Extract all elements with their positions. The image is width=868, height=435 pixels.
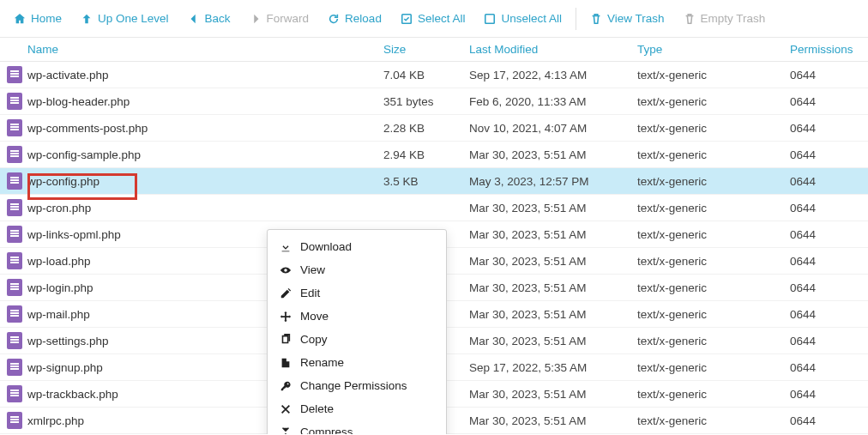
menu-copy-label: Copy <box>300 333 328 346</box>
file-type: text/x-generic <box>637 228 790 241</box>
back-button[interactable]: Back <box>179 7 239 30</box>
file-type: text/x-generic <box>637 388 790 401</box>
file-size: 2.94 KB <box>383 148 469 161</box>
download-icon <box>280 241 292 253</box>
menu-copy[interactable]: Copy <box>268 328 446 351</box>
home-label: Home <box>31 12 62 25</box>
menu-change-permissions-label: Change Permissions <box>300 379 407 392</box>
home-button[interactable]: Home <box>5 7 70 30</box>
rename-icon <box>280 357 292 369</box>
file-type: text/x-generic <box>637 69 790 82</box>
file-modified: Nov 10, 2021, 4:07 AM <box>469 122 637 135</box>
column-type[interactable]: Type <box>637 43 790 56</box>
file-permissions: 0644 <box>790 281 868 294</box>
up-icon <box>81 13 93 25</box>
table-header: Name Size Last Modified Type Permissions <box>0 38 868 62</box>
home-icon <box>14 13 26 25</box>
table-row[interactable]: wp-config.php3.5 KBMay 3, 2023, 12:57 PM… <box>0 168 868 195</box>
menu-delete-label: Delete <box>300 402 334 415</box>
unselect-all-label: Unselect All <box>501 12 562 25</box>
menu-download[interactable]: Download <box>268 235 446 258</box>
file-icon <box>7 146 22 163</box>
key-icon <box>280 380 292 392</box>
table-row[interactable]: wp-cron.phpMar 30, 2023, 5:51 AMtext/x-g… <box>0 195 868 221</box>
file-modified: Mar 30, 2023, 5:51 AM <box>469 255 637 268</box>
select-all-button[interactable]: Select All <box>392 7 474 30</box>
file-name: wp-config.php <box>27 175 383 188</box>
toolbar-divider <box>576 8 576 30</box>
file-permissions: 0644 <box>790 388 868 401</box>
up-one-level-button[interactable]: Up One Level <box>72 7 178 30</box>
file-permissions: 0644 <box>790 361 868 374</box>
context-menu: Download View Edit Move Copy Rename Chan… <box>267 229 447 434</box>
compress-icon <box>280 426 292 435</box>
menu-rename[interactable]: Rename <box>268 351 446 374</box>
table-row[interactable]: wp-config-sample.php2.94 KBMar 30, 2023,… <box>0 142 868 168</box>
file-permissions: 0644 <box>790 175 868 188</box>
table-row[interactable]: wp-activate.php7.04 KBSep 17, 2022, 4:13… <box>0 62 868 88</box>
file-icon <box>7 172 22 190</box>
file-type: text/x-generic <box>637 122 790 135</box>
move-icon <box>280 311 292 323</box>
menu-view[interactable]: View <box>268 258 446 281</box>
file-modified: Mar 30, 2023, 5:51 AM <box>469 281 637 294</box>
file-permissions: 0644 <box>790 228 868 241</box>
reload-button[interactable]: Reload <box>319 7 390 30</box>
file-type: text/x-generic <box>637 202 790 214</box>
forward-icon <box>250 13 262 25</box>
file-permissions: 0644 <box>790 414 868 427</box>
empty-trash-button: Empty Trash <box>675 7 775 30</box>
select-all-icon <box>401 13 413 25</box>
empty-trash-icon <box>684 13 696 25</box>
reload-icon <box>328 13 340 25</box>
column-modified[interactable]: Last Modified <box>469 43 637 56</box>
file-name: wp-config-sample.php <box>27 148 383 161</box>
file-permissions: 0644 <box>790 122 868 135</box>
file-type: text/x-generic <box>637 308 790 321</box>
file-permissions: 0644 <box>790 69 868 82</box>
file-icon <box>7 119 22 136</box>
empty-trash-label: Empty Trash <box>701 12 766 25</box>
column-size[interactable]: Size <box>383 43 469 56</box>
table-row[interactable]: wp-comments-post.php2.28 KBNov 10, 2021,… <box>0 115 868 142</box>
menu-download-label: Download <box>300 240 352 253</box>
file-icon <box>7 226 22 243</box>
menu-compress[interactable]: Compress <box>268 420 446 434</box>
file-modified: Feb 6, 2020, 11:33 AM <box>469 95 637 108</box>
file-permissions: 0644 <box>790 202 868 214</box>
reload-label: Reload <box>345 12 382 25</box>
file-icon <box>7 412 22 429</box>
delete-icon <box>280 403 292 415</box>
column-permissions[interactable]: Permissions <box>790 43 868 56</box>
back-label: Back <box>205 12 231 25</box>
file-modified: Mar 30, 2023, 5:51 AM <box>469 414 637 427</box>
select-all-label: Select All <box>418 12 466 25</box>
table-row[interactable]: wp-blog-header.php351 bytesFeb 6, 2020, … <box>0 88 868 115</box>
eye-icon <box>280 264 292 276</box>
menu-change-permissions[interactable]: Change Permissions <box>268 374 446 397</box>
menu-view-label: View <box>300 263 325 276</box>
file-icon <box>7 305 22 323</box>
file-type: text/x-generic <box>637 281 790 294</box>
menu-edit-label: Edit <box>300 287 320 299</box>
menu-delete[interactable]: Delete <box>268 397 446 420</box>
view-trash-button[interactable]: View Trash <box>582 7 673 30</box>
menu-move[interactable]: Move <box>268 305 446 328</box>
toolbar: Home Up One Level Back Forward Reload Se… <box>0 0 868 38</box>
file-icon <box>7 279 22 296</box>
file-size: 351 bytes <box>383 95 469 108</box>
file-icon <box>7 385 22 402</box>
file-modified: Mar 30, 2023, 5:51 AM <box>469 202 637 214</box>
menu-compress-label: Compress <box>300 426 353 434</box>
column-name[interactable]: Name <box>27 43 383 56</box>
file-size: 2.28 KB <box>383 122 469 135</box>
file-modified: Mar 30, 2023, 5:51 AM <box>469 335 637 347</box>
file-permissions: 0644 <box>790 308 868 321</box>
file-modified: Mar 30, 2023, 5:51 AM <box>469 228 637 241</box>
pencil-icon <box>280 287 292 299</box>
file-type: text/x-generic <box>637 361 790 374</box>
content-area: Name Size Last Modified Type Permissions… <box>0 38 868 434</box>
unselect-all-button[interactable]: Unselect All <box>475 7 570 30</box>
menu-move-label: Move <box>300 310 329 323</box>
menu-edit[interactable]: Edit <box>268 281 446 305</box>
